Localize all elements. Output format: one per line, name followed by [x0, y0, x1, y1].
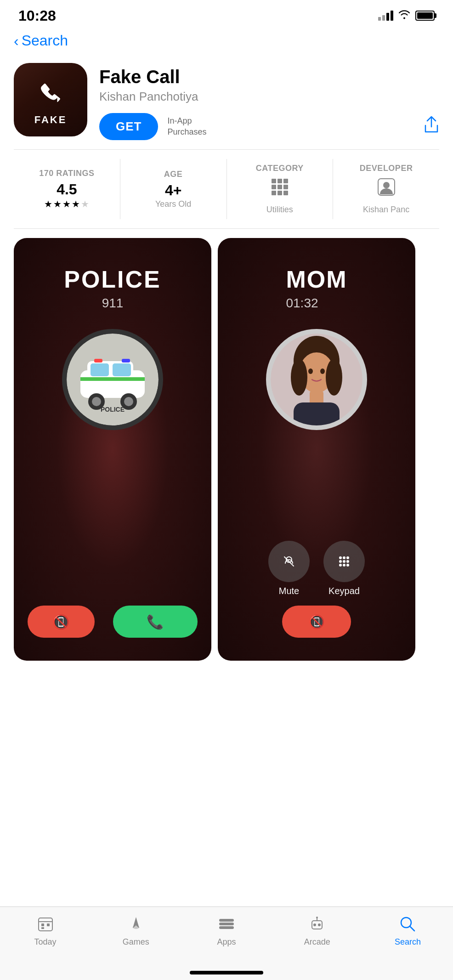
- svg-point-18: [92, 397, 101, 406]
- svg-point-29: [308, 368, 313, 374]
- tab-arcade[interactable]: Arcade: [272, 915, 362, 947]
- police-call-name: POLICE: [64, 266, 161, 293]
- police-accept-button[interactable]: 📞: [113, 606, 198, 638]
- police-call-number: 911: [64, 296, 161, 311]
- mute-button[interactable]: [268, 541, 310, 582]
- svg-rect-14: [91, 363, 109, 376]
- stat-ratings: 170 RATINGS 4.5 ★ ★ ★ ★ ★: [14, 159, 120, 219]
- svg-point-27: [291, 359, 307, 396]
- category-label: CATEGORY: [256, 164, 304, 173]
- decline-icon: 📵: [52, 614, 69, 630]
- svg-point-38: [339, 560, 342, 563]
- back-navigation[interactable]: ‹ Search: [0, 28, 453, 58]
- star-3: ★: [62, 198, 71, 210]
- keypad-label: Keypad: [328, 586, 360, 596]
- svg-rect-52: [219, 926, 234, 929]
- svg-point-57: [316, 917, 318, 918]
- ratings-label: 170 RATINGS: [39, 169, 94, 178]
- star-rating: ★ ★ ★ ★ ★: [44, 198, 89, 210]
- svg-point-30: [320, 368, 325, 374]
- svg-point-39: [343, 560, 345, 563]
- svg-rect-47: [47, 923, 50, 926]
- police-decline-button[interactable]: 📵: [28, 606, 95, 638]
- star-1: ★: [44, 198, 52, 210]
- screenshot-mom: MOM 01:32: [218, 238, 415, 661]
- app-icon-fake-text: FAKE: [34, 114, 67, 126]
- svg-rect-32: [294, 402, 340, 425]
- category-icon: [270, 177, 290, 201]
- apps-label: Apps: [217, 937, 236, 947]
- developer-value: Kishan Panc: [363, 205, 409, 215]
- mom-decline-button[interactable]: 📵: [282, 606, 351, 638]
- arcade-icon: [308, 915, 326, 935]
- svg-rect-7: [277, 191, 282, 195]
- svg-point-35: [339, 556, 342, 559]
- mom-avatar: [266, 329, 367, 430]
- mute-control[interactable]: Mute: [268, 541, 310, 596]
- svg-rect-23: [122, 359, 130, 363]
- svg-rect-5: [283, 185, 288, 189]
- mute-label: Mute: [279, 586, 299, 596]
- svg-point-42: [343, 564, 345, 566]
- police-call-name-container: POLICE 911: [64, 266, 161, 311]
- svg-rect-15: [113, 363, 131, 376]
- mom-call-info: MOM 01:32: [286, 266, 347, 311]
- svg-rect-44: [39, 918, 52, 931]
- share-button[interactable]: [424, 116, 439, 137]
- svg-rect-4: [277, 185, 282, 189]
- status-bar: 10:28: [0, 0, 453, 28]
- tab-spacer: [0, 661, 453, 734]
- svg-point-55: [318, 923, 321, 926]
- screenshots-section: POLICE 911: [0, 229, 453, 661]
- get-button[interactable]: GET: [99, 113, 158, 140]
- in-app-purchases-label: In-AppPurchases: [167, 116, 206, 137]
- stat-category: CATEGORY Utilities: [227, 159, 334, 219]
- today-label: Today: [34, 937, 57, 947]
- mom-call-timer: 01:32: [286, 296, 347, 311]
- svg-line-59: [410, 926, 414, 931]
- developer-icon: [376, 177, 396, 201]
- arcade-label: Arcade: [304, 937, 330, 947]
- mom-decline-icon: 📵: [309, 614, 325, 629]
- svg-point-54: [313, 923, 316, 926]
- accept-icon: 📞: [147, 614, 164, 630]
- svg-rect-0: [272, 179, 276, 183]
- keypad-control[interactable]: Keypad: [323, 541, 365, 596]
- back-chevron-icon: ‹: [14, 34, 19, 48]
- keypad-button[interactable]: [323, 541, 365, 582]
- svg-text:POLICE: POLICE: [101, 406, 125, 413]
- search-icon: [399, 915, 416, 935]
- search-label: Search: [395, 937, 421, 947]
- tab-games[interactable]: Games: [91, 915, 181, 947]
- category-value: Utilities: [266, 205, 293, 215]
- screenshot-police: POLICE 911: [14, 238, 211, 661]
- svg-rect-48: [41, 927, 44, 929]
- status-time: 10:28: [18, 7, 56, 24]
- svg-rect-6: [272, 191, 276, 195]
- tab-bar: Today Games Apps: [0, 906, 453, 980]
- tab-today[interactable]: Today: [0, 915, 91, 947]
- tab-apps[interactable]: Apps: [181, 915, 272, 947]
- svg-rect-50: [219, 919, 234, 922]
- star-5: ★: [81, 198, 89, 210]
- svg-point-36: [343, 556, 345, 559]
- app-developer: Kishan Panchotiya: [99, 90, 439, 104]
- svg-point-43: [346, 564, 349, 566]
- mom-call-name: MOM: [286, 266, 347, 293]
- games-label: Games: [123, 937, 149, 947]
- ratings-value: 4.5: [57, 182, 77, 197]
- stats-row: 170 RATINGS 4.5 ★ ★ ★ ★ ★ AGE 4+ Years O…: [14, 150, 439, 229]
- signal-icon: [378, 11, 393, 21]
- age-value: 4+: [165, 183, 181, 198]
- screenshots-container: POLICE 911: [0, 238, 453, 661]
- svg-point-10: [383, 182, 390, 188]
- svg-rect-2: [283, 179, 288, 183]
- svg-point-40: [346, 560, 349, 563]
- age-label: AGE: [164, 170, 183, 179]
- app-icon: FAKE: [14, 63, 87, 136]
- tab-search[interactable]: Search: [362, 915, 453, 947]
- home-indicator: [190, 971, 263, 974]
- app-actions: GET In-AppPurchases: [99, 113, 439, 140]
- status-icons: [378, 9, 435, 22]
- today-icon: [37, 915, 54, 935]
